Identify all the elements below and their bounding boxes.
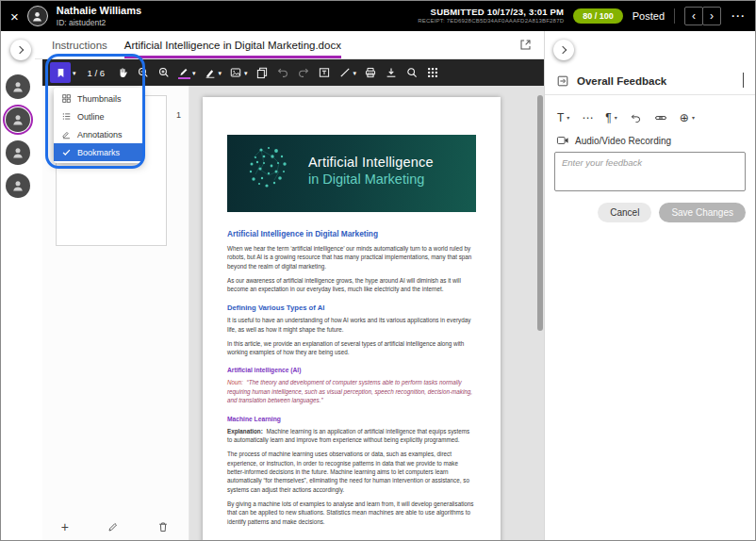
expand-student-list-button[interactable] [10,40,31,60]
cancel-button[interactable]: Cancel [598,203,651,222]
collapse-section-button[interactable] [743,74,744,88]
search-icon [405,66,419,79]
bookmark-icon [50,62,71,83]
pdf-toolbar: ▾ 1 / 6 [42,59,544,86]
save-changes-button[interactable]: Save Changes [659,203,746,222]
menu-item-label: Thumbnails [77,94,122,104]
person-icon [10,145,25,160]
chevron-up-icon [743,73,744,88]
print-button[interactable] [363,65,378,80]
student-identity: Nathalie Williams ID: aistudent2 [57,5,141,26]
grade-pill[interactable]: 80 / 100 [573,8,623,24]
editor-undo-button[interactable] [629,111,643,125]
caret-down-icon: ▾ [567,115,569,121]
stamp-image-tool-button[interactable]: ▾ [228,65,249,80]
banner-title: Artificial Intelligence in Digital Marke… [308,155,434,187]
person-icon [10,112,25,127]
document-popout-icon[interactable] [518,38,533,52]
pilcrow-icon: ¶ [605,112,611,123]
doc-quote-label: Noun: [227,379,243,385]
student-avatar-3[interactable] [6,140,30,165]
text-box-tool-button[interactable] [317,65,332,80]
caret-down-icon: ▾ [692,115,695,121]
menu-item-thumbnails[interactable]: Thumbnails [54,90,142,107]
highlighter-icon [204,66,217,79]
copy-annotation-button[interactable] [255,65,270,80]
image-icon [229,66,242,79]
search-button[interactable] [404,65,419,80]
student-avatar-4[interactable] [6,173,30,198]
submission-nav: ‹ › [684,7,721,25]
bookmarks-panel-button[interactable]: ▾ [49,61,77,84]
zoom-out-button[interactable] [136,65,151,80]
outline-icon [61,111,72,122]
audio-video-recording-button[interactable]: Audio/Video Recording [556,135,671,146]
pan-tool-button[interactable] [115,65,130,80]
zoom-in-button[interactable] [156,65,172,80]
feedback-header: Overall Feedback [545,67,755,95]
print-icon [364,66,377,79]
feedback-icon [556,74,569,88]
highlighter-tool-button[interactable]: ▾ [203,65,223,80]
edit-annotation-button[interactable] [106,519,121,534]
menu-item-outline[interactable]: Outline [54,107,142,125]
tab-bar: Instructions Artificial Intelligence in … [35,31,546,59]
previous-submission-button[interactable]: ‹ [684,7,703,25]
feedback-title: Overall Feedback [577,75,666,87]
menu-item-annotations[interactable]: Annotations [54,125,142,143]
grid-icon [426,66,439,79]
student-avatar-list [6,74,30,198]
top-bar-right: SUBMITTED 10/17/23, 3:01 PM RECEIPT: 7ED… [418,7,755,25]
video-camera-icon [556,135,569,146]
student-avatar [27,6,48,26]
student-id: ID: aistudent2 [57,18,141,27]
collapse-feedback-panel-button[interactable] [553,40,574,60]
doc-quote: Noun: “The theory and development of com… [227,378,476,405]
insert-content-button[interactable]: ⊕ ▾ [679,111,696,124]
text-style-button[interactable]: T ▾ [556,111,570,124]
doc-paragraph: The process of machine learning uses obs… [227,450,476,494]
undo-icon [630,112,642,124]
delete-button[interactable] [156,519,171,534]
more-options-icon[interactable]: ⋯ [731,8,746,25]
paragraph-style-button[interactable]: ¶ ▾ [604,111,617,124]
insert-link-button[interactable] [653,110,668,125]
doc-heading-main: Artificial Intelligence in Digital Marke… [227,229,476,238]
undo-icon [276,66,289,79]
close-icon[interactable]: × [10,9,19,24]
tab-instructions[interactable]: Instructions [52,31,107,58]
doc-explanation-text: Machine learning is an application of ar… [227,428,469,443]
redo-button[interactable] [296,65,311,80]
text-style-icon: T [557,112,564,123]
line-tool-button[interactable]: ▾ [337,65,358,80]
submission-info: SUBMITTED 10/17/23, 3:01 PM RECEIPT: 7ED… [418,7,564,25]
caret-down-icon: ▾ [244,70,248,76]
draw-color-tool-button[interactable]: ▾ [177,65,197,81]
feedback-actions: Cancel Save Changes [598,203,746,222]
overall-feedback-panel: Overall Feedback T ▾ ⋯ ¶ ▾ [544,31,755,540]
undo-button[interactable] [275,65,290,80]
next-submission-button[interactable]: › [702,7,721,25]
grid-view-button[interactable] [425,65,440,80]
submission-receipt: RECEIPT: 7ED6928CB5D34AF0AAAFD2A813BF287… [418,18,564,25]
line-icon [338,66,352,79]
student-avatar-1[interactable] [6,74,30,99]
doc-heading-ai: Artificial intelligence (AI) [227,367,476,373]
menu-item-label: Outline [77,112,105,122]
caret-down-icon: ▾ [73,70,76,76]
tab-document[interactable]: Artificial Intelligence in Digital Marke… [124,31,341,58]
document-canvas: Artificial Intelligence in Digital Marke… [189,86,546,540]
menu-item-bookmarks[interactable]: Bookmarks [54,143,142,161]
feedback-input[interactable] [554,152,746,191]
student-avatar-2-selected[interactable] [6,107,30,132]
download-button[interactable] [384,65,399,80]
view-mode-menu: Thumbnails Outline Annotations Bookmarks [54,88,142,163]
document-scrollbar[interactable] [537,95,543,331]
zoom-in-icon [157,66,171,79]
add-page-button[interactable]: + [60,519,70,534]
annotations-icon [61,129,72,139]
feedback-editor-toolbar: T ▾ ⋯ ¶ ▾ ⊕ ▾ [556,110,696,125]
copy-icon [255,66,269,79]
doc-heading-types: Defining Various Types of AI [227,303,476,312]
editor-more-button[interactable]: ⋯ [581,111,594,124]
